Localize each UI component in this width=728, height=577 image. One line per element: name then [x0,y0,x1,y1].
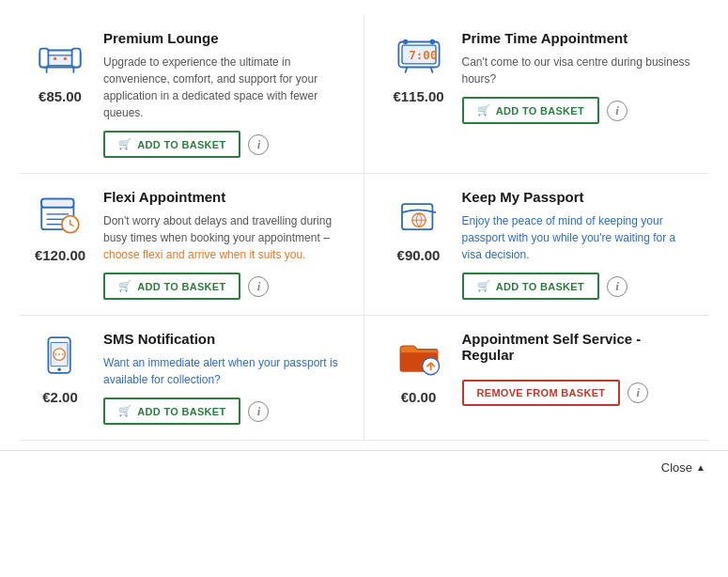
card-icon-keep-passport: €90.00 [387,189,451,263]
sofa-icon [33,30,87,79]
content-premium-lounge: Premium Lounge Upgrade to experience the… [103,30,341,158]
desc-flexi: Don't worry about delays and travelling … [103,212,341,263]
title-sms: SMS Notification [103,331,341,347]
svg-rect-2 [39,49,48,68]
svg-point-29 [57,368,61,372]
content-sms: SMS Notification Want an immediate alert… [103,331,341,425]
add-to-basket-prime-time[interactable]: 🛒 ADD TO BASKET [462,97,599,124]
card-icon-self-service: €0.00 [387,331,451,405]
info-btn-prime-time[interactable]: i [607,101,627,121]
price-flexi: €120.00 [35,247,85,263]
passport-icon [392,189,446,238]
add-to-basket-premium-lounge[interactable]: 🛒 ADD TO BASKET [103,131,240,158]
info-btn-sms[interactable]: i [248,401,269,422]
actions-flexi: 🛒 ADD TO BASKET i [103,273,341,300]
phone-icon [33,331,87,380]
basket-icon-sms: 🛒 [118,405,132,417]
basket-icon-flexi: 🛒 [118,280,132,292]
folder-icon [392,331,446,380]
svg-point-32 [58,353,60,355]
svg-text:7:00: 7:00 [409,48,437,62]
actions-sms: 🛒 ADD TO BASKET i [103,398,341,425]
card-self-service: €0.00 Appointment Self Service - Regular… [364,316,710,441]
actions-keep-passport: 🛒 ADD TO BASKET i [462,273,691,300]
svg-point-6 [54,57,57,61]
card-keep-passport: €90.00 Keep My Passport Enjoy the peace … [364,174,710,316]
svg-point-14 [429,39,434,44]
price-self-service: €0.00 [401,389,437,405]
basket-icon-prime-time: 🛒 [477,104,490,117]
price-prime-time: €115.00 [393,88,443,104]
content-keep-passport: Keep My Passport Enjoy the peace of mind… [462,189,691,300]
calendar-icon [33,189,87,238]
basket-icon-premium-lounge: 🛒 [118,138,132,150]
card-prime-time: 7:00 €115.00 Prime Time Appointment Can'… [364,15,710,174]
actions-premium-lounge: 🛒 ADD TO BASKET i [103,131,341,158]
price-sms: €2.00 [42,389,78,405]
info-btn-keep-passport[interactable]: i [607,276,627,297]
info-btn-self-service[interactable]: i [627,382,648,403]
add-to-basket-sms[interactable]: 🛒 ADD TO BASKET [103,398,240,425]
svg-rect-3 [72,49,81,68]
products-grid: €85.00 Premium Lounge Upgrade to experie… [0,0,728,450]
basket-icon-keep-passport: 🛒 [477,280,490,292]
card-sms: €2.00 SMS Notification Want an immediate… [19,316,364,441]
svg-rect-1 [45,55,75,66]
title-premium-lounge: Premium Lounge [103,30,341,46]
price-keep-passport: €90.00 [397,247,441,263]
svg-point-7 [64,57,68,61]
card-icon-flexi: €120.00 [28,189,92,263]
clock-icon: 7:00 [392,30,446,79]
desc-sms: Want an immediate alert when your passpo… [103,354,341,388]
close-button[interactable]: Close ▲ [661,460,705,475]
svg-point-13 [402,39,407,44]
card-icon-premium-lounge: €85.00 [28,30,92,104]
content-prime-time: Prime Time Appointment Can't come to our… [462,30,691,124]
remove-from-basket-self-service[interactable]: REMOVE FROM BASKET [462,380,621,406]
info-btn-flexi[interactable]: i [248,276,269,297]
actions-prime-time: 🛒 ADD TO BASKET i [462,97,691,124]
close-arrow-icon: ▲ [696,462,705,473]
card-flexi: €120.00 Flexi Appointment Don't worry ab… [19,174,364,316]
title-keep-passport: Keep My Passport [462,189,691,205]
card-icon-prime-time: 7:00 €115.00 [387,30,451,104]
content-flexi: Flexi Appointment Don't worry about dela… [103,189,341,300]
add-to-basket-flexi[interactable]: 🛒 ADD TO BASKET [103,273,240,300]
add-to-basket-keep-passport[interactable]: 🛒 ADD TO BASKET [462,273,599,300]
svg-point-33 [62,353,64,355]
info-btn-premium-lounge[interactable]: i [248,134,269,155]
desc-prime-time: Can't come to our visa centre during bus… [462,54,691,87]
title-self-service: Appointment Self Service - Regular [462,331,691,363]
title-prime-time: Prime Time Appointment [462,30,691,46]
desc-keep-passport: Enjoy the peace of mind of keeping your … [462,212,691,263]
title-flexi: Flexi Appointment [103,189,341,205]
card-premium-lounge: €85.00 Premium Lounge Upgrade to experie… [19,15,364,174]
content-self-service: Appointment Self Service - Regular REMOV… [462,331,691,406]
price-premium-lounge: €85.00 [39,88,82,104]
svg-point-31 [55,353,57,355]
card-icon-sms: €2.00 [28,331,92,405]
svg-rect-16 [41,199,73,208]
desc-premium-lounge: Upgrade to experience the ultimate in co… [103,54,341,121]
actions-self-service: REMOVE FROM BASKET i [462,380,691,406]
footer-bar: Close ▲ [0,450,728,482]
